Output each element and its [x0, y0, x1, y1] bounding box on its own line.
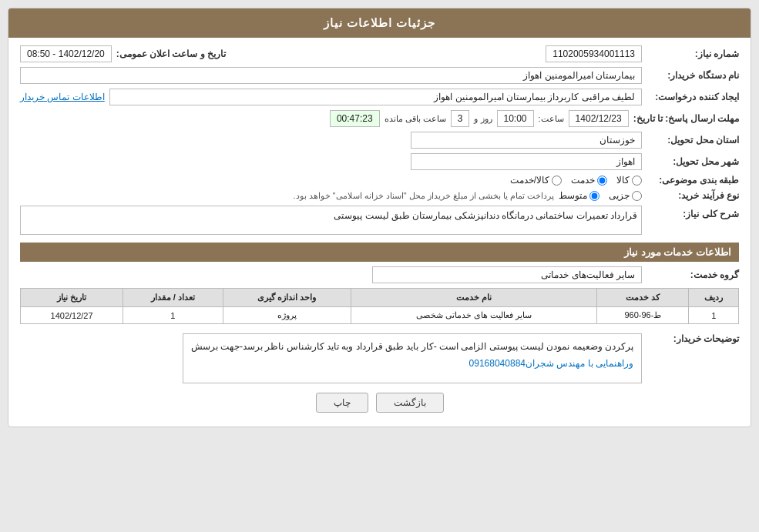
col-code: کد خدمت	[597, 289, 689, 307]
city-value: اهواز	[411, 153, 642, 170]
main-card: جزئیات اطلاعات نیاز شماره نیاز: 11020059…	[8, 8, 751, 427]
purchase-type-label: نوع فرآیند خرید:	[646, 190, 739, 201]
purchase-text: پرداخت تمام یا بخشی از مبلغ خریداز محل "…	[20, 191, 554, 201]
cat-kala-khedmat-radio[interactable]	[552, 176, 562, 186]
card-body: شماره نیاز: 1102005934001113 تاریخ و ساع…	[8, 38, 751, 427]
send-remaining-label: ساعت باقی مانده	[385, 114, 446, 124]
notes-row: توضیحات خریدار: پرکردن وضعیمه نمودن لیست…	[20, 330, 739, 383]
cat-khedmat-radio[interactable]	[597, 176, 607, 186]
col-date: تاریخ نیاز	[21, 289, 123, 307]
description-label: شرح کلی نیاز:	[646, 206, 739, 219]
table-header-row: ردیف کد خدمت نام خدمت واحد اندازه گیری ت…	[21, 289, 739, 307]
page-title: جزئیات اطلاعات نیاز	[324, 16, 435, 29]
need-number-value: 1102005934001113	[546, 45, 642, 62]
print-button[interactable]: چاپ	[316, 393, 368, 413]
send-remaining: 00:47:23	[330, 110, 380, 127]
purchase-radio-group: جزیی متوسط	[559, 190, 642, 201]
notes-label: توضیحات خریدار:	[646, 330, 739, 344]
table-row: 1ط-96-960سایر فعالیت های خدماتی شخصیپروژ…	[21, 307, 739, 324]
cat-khedmat[interactable]: خدمت	[571, 175, 607, 186]
province-label: استان محل تحویل:	[646, 135, 739, 146]
purchase-motawaset-radio[interactable]	[589, 191, 599, 201]
creator-label: ایجاد کننده درخواست:	[646, 92, 739, 102]
announce-date-label: تاریخ و ساعت اعلان عمومی:	[116, 49, 226, 59]
creator-row: ایجاد کننده درخواست: لطیف مراقبی کاربردا…	[20, 89, 739, 105]
button-row: بازگشت چاپ	[20, 393, 739, 413]
buyer-name-row: نام دستگاه خریدار: بیمارستان امیرالمومنی…	[20, 67, 739, 84]
col-unit: واحد اندازه گیری	[223, 289, 351, 307]
send-time: 10:00	[497, 110, 534, 127]
creator-link[interactable]: اطلاعات تماس خریدار	[20, 92, 105, 102]
send-days: 3	[451, 110, 470, 127]
cat-kala-radio[interactable]	[632, 176, 642, 186]
cat-kala-khedmat[interactable]: کالا/خدمت	[510, 175, 562, 186]
col-row: ردیف	[689, 289, 739, 307]
category-row: طبقه بندی موضوعی: کالا خدمت کالا/خدمت	[20, 175, 739, 186]
purchase-jozi-radio[interactable]	[632, 191, 642, 201]
province-value: خوزستان	[411, 132, 642, 149]
city-row: شهر محل تحویل: اهواز	[20, 153, 739, 170]
service-group-row: گروه خدمت: سایر فعالیت‌های خدماتی	[20, 266, 739, 283]
back-button[interactable]: بازگشت	[376, 393, 444, 413]
service-group-value: سایر فعالیت‌های خدماتی	[372, 266, 642, 283]
province-row: استان محل تحویل: خوزستان	[20, 132, 739, 149]
notes-box: پرکردن وضعیمه نمودن لیست پیوستی الزامی ا…	[183, 333, 642, 383]
cat-kala[interactable]: کالا	[616, 175, 642, 186]
service-group-label: گروه خدمت:	[646, 269, 739, 280]
card-header: جزئیات اطلاعات نیاز	[8, 8, 751, 38]
category-label: طبقه بندی موضوعی:	[646, 175, 739, 186]
col-name: نام خدمت	[351, 289, 597, 307]
col-count: تعداد / مقدار	[123, 289, 223, 307]
need-number-row: شماره نیاز: 1102005934001113 تاریخ و ساع…	[20, 45, 739, 62]
purchase-type-row: نوع فرآیند خرید: جزیی متوسط پرداخت تمام …	[20, 190, 739, 201]
category-radio-group: کالا خدمت کالا/خدمت	[510, 175, 642, 186]
buyer-name-label: نام دستگاه خریدار:	[646, 70, 739, 81]
description-row: شرح کلی نیاز: قرارداد تعمیرات ساختمانی د…	[20, 206, 739, 235]
buyer-name-value: بیمارستان امیرالمومنین اهواز	[20, 67, 642, 84]
send-date: 1402/12/23	[569, 110, 629, 127]
send-days-label: روز و	[474, 114, 492, 124]
description-value: قرارداد تعمیرات ساختمانی درمانگاه دندانپ…	[20, 206, 642, 235]
need-number-label: شماره نیاز:	[646, 49, 739, 59]
creator-value: لطیف مراقبی کاربرداز بیمارستان امیرالموم…	[109, 89, 642, 105]
service-table: ردیف کد خدمت نام خدمت واحد اندازه گیری ت…	[20, 288, 739, 324]
notes-line2: وراهنمایی با مهندس شجران09168040884	[191, 356, 633, 373]
page-wrapper: جزئیات اطلاعات نیاز شماره نیاز: 11020059…	[0, 0, 759, 532]
city-label: شهر محل تحویل:	[646, 156, 739, 167]
notes-line1: پرکردن وضعیمه نمودن لیست پیوستی الزامی ا…	[191, 339, 633, 356]
services-section-title: اطلاعات خدمات مورد نیاز	[20, 243, 739, 262]
send-deadline-row: مهلت ارسال پاسخ: تا تاریخ: 1402/12/23 سا…	[20, 110, 739, 127]
purchase-jozi[interactable]: جزیی	[609, 190, 642, 201]
send-deadline-label: مهلت ارسال پاسخ: تا تاریخ:	[633, 113, 739, 124]
announce-date-value: 1402/12/20 - 08:50	[20, 45, 112, 62]
send-time-label: ساعت:	[539, 114, 564, 124]
purchase-motawaset[interactable]: متوسط	[559, 190, 599, 201]
